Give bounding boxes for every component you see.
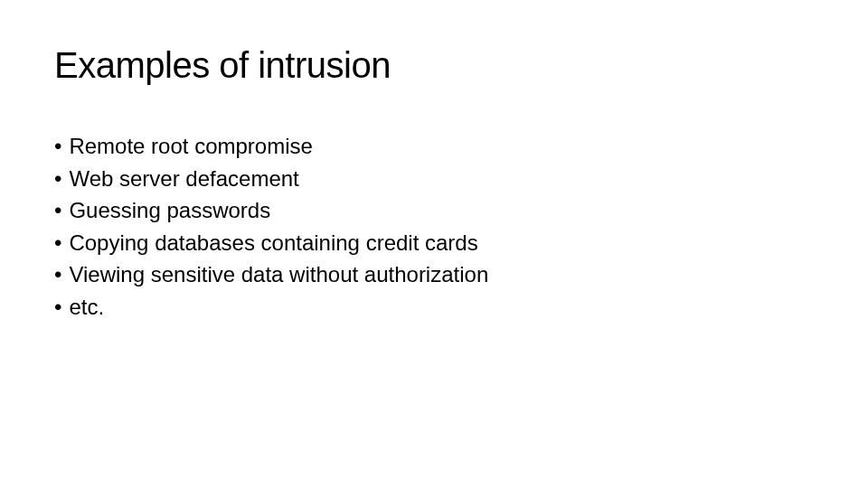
slide-title: Examples of intrusion: [54, 45, 814, 86]
bullet-text: Guessing passwords: [69, 195, 270, 226]
bullet-text: etc.: [69, 292, 104, 323]
list-item: Viewing sensitive data without authoriza…: [54, 259, 814, 290]
list-item: Web server defacement: [54, 164, 814, 194]
bullet-text: Copying databases containing credit card…: [69, 228, 477, 258]
bullet-list: Remote root compromise Web server deface…: [54, 131, 814, 323]
list-item: Guessing passwords: [54, 195, 814, 226]
bullet-text: Remote root compromise: [69, 131, 312, 162]
list-item: Copying databases containing credit card…: [54, 228, 814, 258]
bullet-text: Web server defacement: [69, 164, 298, 194]
list-item: Remote root compromise: [54, 131, 814, 162]
list-item: etc.: [54, 292, 814, 323]
bullet-text: Viewing sensitive data without authoriza…: [69, 259, 488, 290]
